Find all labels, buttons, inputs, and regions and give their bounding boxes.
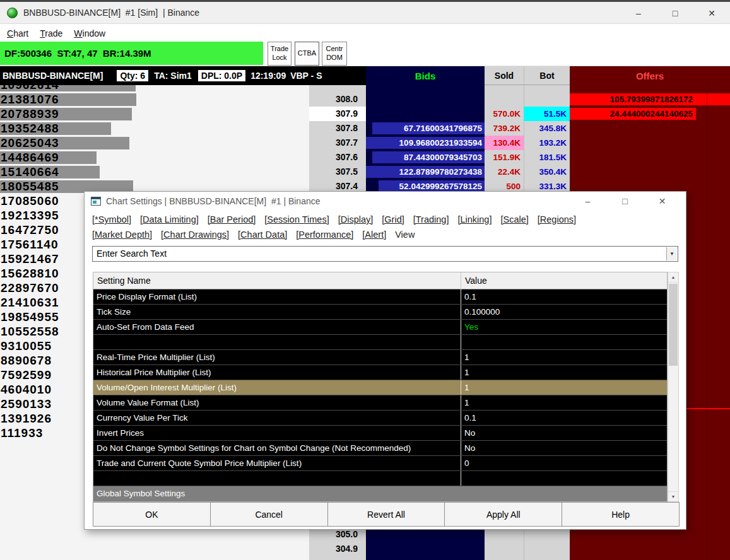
scrollbar-thumb[interactable] bbox=[669, 284, 678, 366]
maximize-icon[interactable]: □ bbox=[657, 2, 693, 24]
setting-value[interactable]: 1 bbox=[461, 380, 667, 395]
trade-lock-button[interactable]: TradeLock bbox=[268, 42, 291, 66]
price-cell[interactable]: 307.5 bbox=[309, 165, 366, 179]
volume-at-price: 14486469 bbox=[1, 150, 59, 165]
setting-value[interactable]: 0.100000 bbox=[461, 305, 667, 319]
minimize-icon[interactable]: – bbox=[620, 2, 657, 24]
tab-symbol[interactable]: [*Symbol] bbox=[92, 212, 131, 227]
column-separator bbox=[707, 85, 707, 560]
bot-volume-cell[interactable]: 181.5K bbox=[524, 150, 570, 165]
bot-volume-cell[interactable]: 350.4K bbox=[524, 165, 570, 179]
bot-volume-cell[interactable]: 193.2K bbox=[524, 136, 570, 150]
menu-trade[interactable]: Trade bbox=[34, 28, 68, 38]
bot-volume-cell[interactable]: 51.5K bbox=[524, 107, 570, 121]
tab-linking[interactable]: [Linking] bbox=[457, 212, 492, 227]
scroll-down-icon[interactable]: ▼ bbox=[668, 491, 678, 501]
search-input[interactable]: Enter Search Text bbox=[97, 247, 167, 261]
offer-cell[interactable]: 105.79399871826172 bbox=[570, 92, 730, 107]
price-cell[interactable]: 307.7 bbox=[309, 136, 366, 150]
tab-display[interactable]: [Display] bbox=[338, 212, 374, 227]
tab-grid[interactable]: [Grid] bbox=[382, 212, 404, 227]
bid-size: 67.71600341796875 bbox=[366, 121, 485, 136]
settings-row[interactable]: Price Display Format (List)0.1 bbox=[93, 289, 667, 305]
tab-data-limiting[interactable]: [Data Limiting] bbox=[140, 212, 199, 227]
tab-bar-period[interactable]: [Bar Period] bbox=[208, 212, 256, 227]
price-cell[interactable]: 307.6 bbox=[309, 150, 366, 165]
setting-value[interactable]: No bbox=[461, 441, 667, 455]
settings-row[interactable]: Auto-Set From Data FeedYes bbox=[93, 320, 667, 335]
dialog-close-icon[interactable]: ✕ bbox=[644, 192, 681, 210]
bid-cell[interactable]: 109.96800231933594 bbox=[366, 136, 485, 150]
offer-cell[interactable]: 24.444000244140625 bbox=[570, 107, 730, 121]
table-scrollbar[interactable]: ▲ ▼ bbox=[668, 272, 679, 502]
tab-chart-data[interactable]: [Chart Data] bbox=[238, 227, 287, 242]
settings-row[interactable]: Tick Size0.100000 bbox=[93, 305, 667, 320]
bid-cell[interactable]: 122.87899780273438 bbox=[366, 165, 485, 179]
tab-regions[interactable]: [Regions] bbox=[538, 212, 576, 227]
setting-value[interactable]: Yes bbox=[461, 320, 667, 334]
setting-value[interactable]: 0 bbox=[461, 456, 667, 470]
help-button[interactable]: Help bbox=[562, 502, 680, 527]
sold-volume-cell[interactable]: 570.0K bbox=[485, 107, 524, 121]
ok-button[interactable]: OK bbox=[93, 502, 211, 527]
settings-row[interactable]: Trade and Current Quote Symbol Price Mul… bbox=[93, 456, 667, 471]
bid-cell[interactable]: 87.44300079345703 bbox=[366, 150, 485, 165]
sold-volume-cell[interactable]: 22.4K bbox=[485, 165, 524, 179]
tab-chart-drawings[interactable]: [Chart Drawings] bbox=[161, 227, 229, 242]
settings-row[interactable]: Invert PricesNo bbox=[93, 426, 667, 441]
setting-value[interactable]: 0.1 bbox=[461, 289, 667, 304]
settings-row[interactable]: Volume Value Format (List)1 bbox=[93, 395, 667, 411]
tab-scale[interactable]: [Scale] bbox=[500, 212, 528, 227]
ctba-button[interactable]: CTBA bbox=[295, 42, 319, 66]
settings-row[interactable]: Real-Time Price Multiplier (List)1 bbox=[93, 350, 667, 365]
price-cell[interactable]: 307.9 bbox=[309, 107, 366, 121]
tab-trading[interactable]: [Trading] bbox=[413, 212, 449, 227]
dropdown-arrow-icon[interactable]: ▼ bbox=[666, 247, 677, 260]
menu-chart[interactable]: Chart bbox=[1, 28, 34, 38]
setting-value[interactable]: 1 bbox=[461, 395, 667, 410]
settings-row[interactable]: Volume/Open Interest Multiplier (List)1 bbox=[93, 380, 667, 395]
tab-session-times[interactable]: [Session Times] bbox=[264, 212, 329, 227]
centr-dom-button[interactable]: CentrDOM bbox=[322, 42, 347, 66]
apply-all-button[interactable]: Apply All bbox=[444, 502, 562, 527]
bid-cell[interactable]: 67.71600341796875 bbox=[366, 121, 485, 136]
dialog-maximize-icon[interactable]: □ bbox=[606, 192, 644, 210]
volume-at-price: 21410631 bbox=[1, 295, 59, 310]
bot-volume-cell[interactable]: 345.8K bbox=[524, 121, 570, 136]
sold-volume-cell[interactable]: 739.2K bbox=[485, 121, 524, 136]
settings-section-row[interactable]: Global Symbol Settings bbox=[93, 486, 667, 501]
sold-volume-cell[interactable]: 130.4K bbox=[485, 136, 524, 150]
bid-size: 109.96800231933594 bbox=[366, 136, 485, 150]
search-combobox[interactable]: Enter Search Text ▼ bbox=[92, 246, 678, 262]
settings-row[interactable]: Historical Price Multiplier (List)1 bbox=[93, 365, 667, 380]
tab-alert[interactable]: [Alert] bbox=[362, 227, 386, 242]
setting-value[interactable]: 0.1 bbox=[461, 411, 667, 425]
column-header-setting-name: Setting Name bbox=[97, 272, 151, 289]
volume-at-price: 8890678 bbox=[1, 353, 52, 368]
menu-window[interactable]: Window bbox=[68, 28, 111, 38]
scroll-up-icon[interactable]: ▲ bbox=[668, 272, 678, 283]
qty-badge[interactable]: Qty: 6 bbox=[117, 70, 148, 81]
settings-row[interactable]: Currency Value Per Tick0.1 bbox=[93, 411, 667, 426]
price-cell[interactable]: 304.9 bbox=[309, 542, 366, 556]
setting-value[interactable]: 1 bbox=[461, 365, 667, 380]
close-icon[interactable]: ✕ bbox=[693, 2, 730, 24]
setting-value[interactable]: No bbox=[461, 426, 667, 440]
tab-view[interactable]: View bbox=[395, 227, 415, 242]
settings-row[interactable]: Do Not Change Symbol Settings for Chart … bbox=[93, 441, 667, 456]
menu-bar: ChartTradeWindow bbox=[0, 26, 730, 41]
volume-at-price: 111933 bbox=[1, 426, 43, 440]
setting-name: Tick Size bbox=[93, 305, 461, 319]
tab-market-depth[interactable]: [Market Depth] bbox=[92, 227, 152, 242]
revert-all-button[interactable]: Revert All bbox=[327, 502, 445, 527]
price-cell[interactable]: 307.8 bbox=[309, 121, 366, 136]
cancel-button[interactable]: Cancel bbox=[210, 502, 328, 527]
settings-row bbox=[93, 335, 667, 350]
price-cell[interactable]: 308.0 bbox=[309, 92, 366, 107]
volume-at-price: 15921467 bbox=[1, 252, 59, 266]
clock-label: 12:19:09 bbox=[250, 71, 286, 81]
sold-volume-cell[interactable]: 151.9K bbox=[485, 150, 524, 165]
dialog-minimize-icon[interactable]: – bbox=[569, 192, 606, 210]
tab-performance[interactable]: [Performance] bbox=[296, 227, 353, 242]
setting-value[interactable]: 1 bbox=[461, 350, 667, 365]
